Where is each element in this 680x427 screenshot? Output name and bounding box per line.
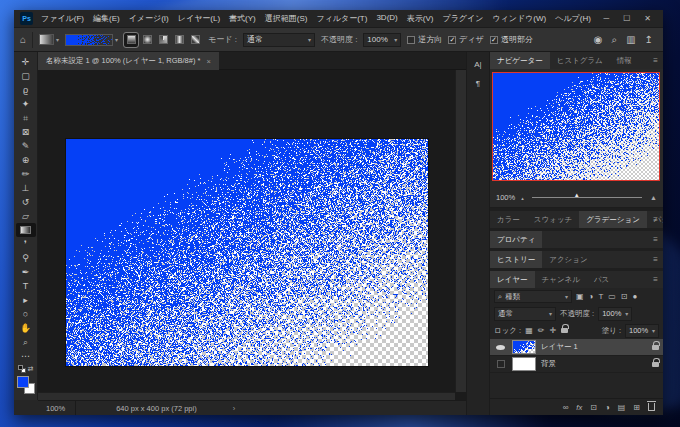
tool-brush[interactable]: ✏ bbox=[16, 167, 36, 181]
tool-object-selection[interactable]: ✦ bbox=[16, 97, 36, 111]
layer-name[interactable]: 背景 bbox=[541, 359, 647, 369]
linear-gradient-button[interactable] bbox=[124, 33, 138, 47]
visibility-toggle[interactable] bbox=[494, 345, 507, 350]
delete-layer-icon[interactable] bbox=[648, 403, 655, 411]
reverse-option[interactable]: 逆方向 bbox=[407, 34, 442, 45]
menu-edit[interactable]: 編集(E) bbox=[93, 13, 120, 24]
tool-lasso[interactable]: ϱ bbox=[16, 83, 36, 97]
new-group-icon[interactable]: ▤ bbox=[618, 403, 626, 412]
tab-gradients[interactable]: グラデーション bbox=[579, 211, 647, 228]
lock-image-pixels-icon[interactable]: ✏ bbox=[538, 326, 545, 335]
diamond-gradient-button[interactable] bbox=[188, 33, 202, 47]
layer-thumbnail[interactable] bbox=[512, 340, 536, 354]
lock-transparent-pixels-icon[interactable]: ▦ bbox=[525, 326, 533, 335]
tool-move[interactable]: ✛ bbox=[16, 55, 36, 69]
tool-shape[interactable]: ○ bbox=[16, 307, 36, 321]
tool-clone-stamp[interactable]: ⊥ bbox=[16, 181, 36, 195]
visibility-toggle[interactable] bbox=[494, 360, 507, 368]
share-icon[interactable]: ↥ bbox=[645, 35, 653, 45]
link-layers-icon[interactable]: ∞ bbox=[563, 403, 569, 412]
document-canvas[interactable] bbox=[66, 139, 428, 366]
menu-type[interactable]: 書式(Y) bbox=[229, 13, 256, 24]
tool-hand[interactable]: ✋ bbox=[16, 321, 36, 335]
maximize-button[interactable]: ☐ bbox=[623, 14, 630, 23]
zoom-out-icon[interactable]: ▴ bbox=[521, 195, 524, 201]
new-layer-icon[interactable]: ⊞ bbox=[633, 403, 640, 412]
adjustment-layer-icon[interactable]: ◑ bbox=[605, 403, 610, 412]
home-icon[interactable]: ⌂ bbox=[20, 35, 26, 45]
lock-all-icon[interactable] bbox=[561, 328, 568, 333]
navigator-zoom-value[interactable]: 100% bbox=[496, 193, 515, 202]
layer-row-layer1[interactable]: レイヤー 1 bbox=[490, 339, 663, 356]
tool-preset-picker[interactable]: ▾ bbox=[39, 34, 59, 45]
radial-gradient-button[interactable] bbox=[140, 33, 154, 47]
tool-type[interactable]: T bbox=[16, 279, 36, 293]
panel-menu-icon[interactable]: ≡ bbox=[653, 275, 658, 284]
angle-gradient-button[interactable] bbox=[156, 33, 170, 47]
filter-smart-object-icon[interactable]: ⊡ bbox=[621, 292, 628, 301]
tab-paths[interactable]: パス bbox=[587, 271, 616, 288]
filter-shape-layers-icon[interactable]: ▭ bbox=[608, 292, 616, 301]
menu-window[interactable]: ウィンドウ(W) bbox=[492, 13, 546, 24]
tool-path-selection[interactable]: ▸ bbox=[16, 293, 36, 307]
vertical-scrollbar[interactable] bbox=[455, 70, 466, 392]
dither-checkbox[interactable]: ✓ bbox=[448, 36, 456, 44]
account-icon[interactable]: ◉ bbox=[594, 35, 603, 45]
tool-eyedropper[interactable]: ✎ bbox=[16, 139, 36, 153]
blend-mode-dropdown[interactable]: 通常 ▾ bbox=[243, 33, 315, 47]
gradient-editor-picker[interactable]: ▾ bbox=[65, 34, 118, 46]
dither-option[interactable]: ✓ ディザ bbox=[448, 34, 484, 45]
menu-plugins[interactable]: プラグイン bbox=[442, 13, 483, 24]
default-colors-icon[interactable] bbox=[18, 365, 26, 373]
tool-blur[interactable]: ❜ bbox=[16, 237, 36, 251]
swap-colors-icon[interactable]: ⇄ bbox=[28, 365, 34, 373]
layer-thumbnail[interactable] bbox=[512, 357, 536, 371]
character-panel-icon[interactable]: A| bbox=[474, 60, 481, 69]
layer-filter-dropdown[interactable]: ⌕ 種類 ▾ bbox=[494, 290, 572, 303]
tab-swatches[interactable]: スウォッチ bbox=[527, 211, 579, 228]
menu-image[interactable]: イメージ(I) bbox=[129, 13, 169, 24]
horizontal-scrollbar[interactable] bbox=[38, 392, 455, 400]
menu-select[interactable]: 選択範囲(S) bbox=[265, 13, 308, 24]
opacity-dropdown[interactable]: 100% ▾ bbox=[363, 33, 401, 47]
filter-pixel-layers-icon[interactable]: ▣ bbox=[576, 292, 584, 301]
reflected-gradient-button[interactable] bbox=[172, 33, 186, 47]
zoom-level-field[interactable]: 100% bbox=[38, 401, 76, 415]
tool-frame[interactable]: ⊠ bbox=[16, 125, 36, 139]
navigator-zoom-slider[interactable]: ▲ bbox=[532, 197, 642, 198]
tab-color[interactable]: カラー bbox=[490, 211, 527, 228]
tab-layers[interactable]: レイヤー bbox=[490, 271, 535, 288]
layer-filter-switch-icon[interactable]: ● bbox=[633, 292, 638, 301]
tab-properties[interactable]: プロパティ bbox=[490, 231, 542, 248]
filter-adjustment-layers-icon[interactable]: ◑ bbox=[589, 292, 594, 301]
tab-history[interactable]: ヒストリー bbox=[490, 251, 542, 268]
document-tab[interactable]: 名称未設定 1 @ 100% (レイヤー 1, RGB/8#) * × bbox=[38, 52, 219, 70]
edit-toolbar-button[interactable]: ⋯ bbox=[16, 349, 36, 363]
navigator-view-box[interactable] bbox=[492, 72, 660, 181]
status-chevron-icon[interactable]: › bbox=[207, 404, 236, 413]
zoom-in-icon[interactable]: ▲ bbox=[650, 194, 657, 201]
tab-histogram[interactable]: ヒストグラム bbox=[550, 52, 610, 69]
lock-position-icon[interactable]: ✛ bbox=[549, 326, 556, 335]
transparency-option[interactable]: ✓ 透明部分 bbox=[490, 34, 533, 45]
foreground-color-swatch[interactable] bbox=[17, 376, 29, 388]
tab-actions[interactable]: アクション bbox=[542, 251, 594, 268]
tool-pen[interactable]: ✒ bbox=[16, 265, 36, 279]
menu-file[interactable]: ファイル(F) bbox=[41, 13, 84, 24]
tool-zoom[interactable]: ⌕ bbox=[16, 335, 36, 349]
add-layer-mask-icon[interactable]: ⊡ bbox=[590, 403, 597, 412]
panel-menu-icon[interactable]: ≡ bbox=[653, 235, 658, 244]
menu-3d[interactable]: 3D(D) bbox=[376, 13, 397, 24]
menu-filter[interactable]: フィルター(T) bbox=[316, 13, 367, 24]
reverse-checkbox[interactable] bbox=[407, 36, 415, 44]
layer-row-background[interactable]: 背景 bbox=[490, 356, 663, 373]
tool-marquee[interactable]: ▢ bbox=[16, 69, 36, 83]
panel-menu-icon[interactable]: ≡ bbox=[653, 56, 658, 65]
layer-blend-mode-dropdown[interactable]: 通常 ▾ bbox=[494, 307, 556, 321]
tool-crop[interactable]: ⌗ bbox=[16, 111, 36, 125]
tool-eraser[interactable]: ▱ bbox=[16, 209, 36, 223]
layer-opacity-dropdown[interactable]: 100% ▾ bbox=[598, 307, 632, 321]
filter-type-layers-icon[interactable]: T bbox=[598, 292, 603, 301]
layer-style-icon[interactable]: fx bbox=[576, 403, 582, 412]
search-icon[interactable]: ⌕ bbox=[612, 35, 618, 45]
